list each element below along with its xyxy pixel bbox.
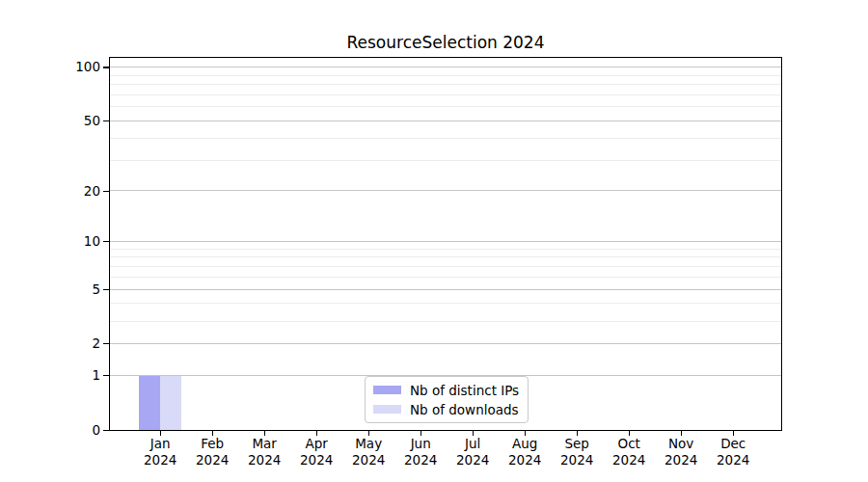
y-tick-label-2: 2	[33, 335, 100, 352]
legend-label-distinct-ips: Nb of distinct IPs	[410, 382, 519, 399]
gridline-minor-7	[110, 266, 781, 267]
bar-nb-of-distinct-ips-jan	[139, 376, 160, 431]
y-tick-1	[103, 375, 109, 376]
legend-label-downloads: Nb of downloads	[410, 401, 519, 418]
y-tick-label-0: 0	[33, 421, 100, 439]
y-tick-label-50: 50	[33, 112, 100, 129]
legend: Nb of distinct IPs Nb of downloads	[365, 376, 529, 423]
y-tick-label-1: 1	[33, 366, 100, 384]
legend-item-distinct-ips: Nb of distinct IPs	[373, 381, 519, 399]
gridline-major-50	[110, 120, 781, 121]
y-tick-2	[103, 343, 109, 344]
gridline-minor-6	[110, 277, 781, 278]
y-tick-label-10: 10	[33, 232, 100, 250]
gridline-major-2	[110, 343, 781, 344]
y-tick-10	[103, 241, 109, 242]
gridline-minor-70	[110, 94, 781, 95]
gridline-minor-40	[110, 138, 781, 139]
figure: ResourceSelection 2024 0125102050100Jan2…	[0, 0, 868, 482]
legend-swatch-distinct-ips	[373, 386, 401, 394]
gridline-minor-4	[110, 303, 781, 304]
gridline-major-5	[110, 289, 781, 290]
x-tick-label-dec: Dec2024	[694, 436, 772, 468]
y-tick-50	[103, 120, 109, 121]
gridline-minor-9	[110, 249, 781, 250]
chart-title: ResourceSelection 2024	[109, 33, 782, 52]
y-tick-label-100: 100	[33, 58, 100, 75]
bar-nb-of-downloads-jan	[160, 376, 181, 431]
gridline-minor-60	[110, 106, 781, 107]
gridline-major-10	[110, 241, 781, 242]
gridline-minor-30	[110, 160, 781, 161]
legend-swatch-downloads	[373, 405, 401, 414]
y-tick-5	[103, 289, 109, 290]
legend-item-downloads: Nb of downloads	[373, 400, 519, 418]
y-tick-20	[103, 191, 109, 192]
y-tick-0	[103, 430, 109, 431]
gridline-minor-3	[110, 321, 781, 322]
gridline-minor-90	[110, 75, 781, 76]
plot-area	[109, 57, 782, 431]
gridline-major-20	[110, 190, 781, 191]
gridline-minor-8	[110, 256, 781, 257]
gridline-minor-80	[110, 84, 781, 85]
y-tick-label-20: 20	[33, 182, 100, 200]
gridline-major-100	[110, 67, 781, 67]
month-label: Dec	[694, 436, 772, 452]
year-label: 2024	[694, 452, 772, 469]
y-tick-label-5: 5	[33, 281, 100, 298]
y-tick-100	[103, 67, 109, 67]
